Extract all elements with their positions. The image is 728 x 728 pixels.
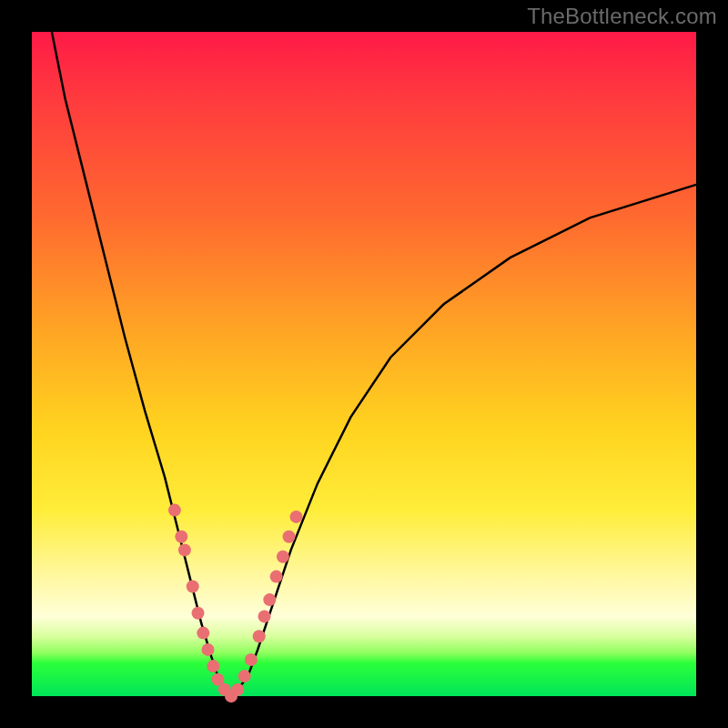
highlight-dot [197,627,209,640]
highlight-dot [277,551,289,563]
highlight-dot [178,543,191,556]
highlight-dot [263,593,276,606]
highlight-dot [192,607,205,620]
watermark-text: TheBottleneck.com [527,4,717,29]
highlight-dot [270,571,283,583]
highlight-dot [202,643,215,656]
highlight-dot [175,531,187,543]
chart-frame: TheBottleneck.com [0,0,728,728]
highlight-dot [231,683,244,696]
highlight-dot [290,511,303,523]
highlight-dot [168,504,181,517]
highlight-dots-group [168,504,303,703]
plot-area [32,32,696,696]
highlight-dot [258,610,271,622]
bottleneck-curve [52,32,696,696]
highlight-dot [283,531,296,543]
highlight-dot [245,653,258,666]
highlight-dot [238,670,251,682]
highlight-dot [253,630,266,642]
curve-layer [32,32,696,696]
highlight-dot [187,581,199,593]
highlight-dot [207,660,219,672]
